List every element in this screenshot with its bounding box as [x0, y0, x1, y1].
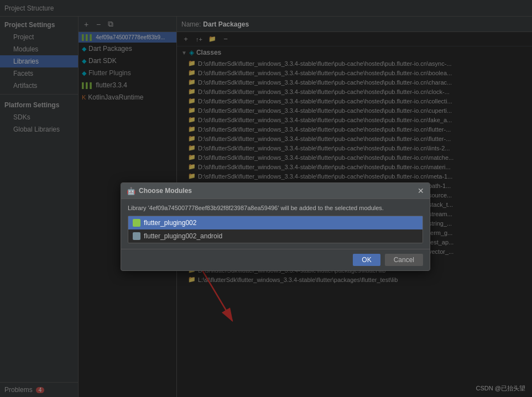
modal-title-bar: 🤖 Choose Modules ✕ — [121, 183, 430, 199]
module-list: flutter_pluging002 flutter_pluging002_an… — [128, 216, 423, 243]
ok-button[interactable]: OK — [353, 254, 380, 266]
module-icon-1 — [133, 219, 140, 227]
module-label-1: flutter_pluging002 — [144, 219, 196, 227]
cancel-button[interactable]: Cancel — [385, 254, 423, 266]
modal-overlay: 🤖 Choose Modules ✕ Library '4ef09a745007… — [0, 0, 532, 397]
module-item-flutter-pluging002-android[interactable]: flutter_pluging002_android — [128, 229, 423, 243]
module-item-flutter-pluging002[interactable]: flutter_pluging002 — [128, 216, 423, 229]
module-icon-2 — [133, 232, 140, 240]
module-label-2: flutter_pluging002_android — [144, 232, 222, 240]
modal-info-text: Library '4ef09a745007778eef83b92f8f23987… — [128, 205, 423, 211]
modal-body: Library '4ef09a745007778eef83b92f8f23987… — [121, 199, 430, 249]
modal-close-button[interactable]: ✕ — [418, 186, 424, 195]
modal-title: 🤖 Choose Modules — [127, 187, 192, 195]
choose-modules-modal: 🤖 Choose Modules ✕ Library '4ef09a745007… — [121, 182, 430, 271]
android-robot-icon: 🤖 — [127, 187, 135, 195]
modal-footer: OK Cancel — [121, 249, 430, 270]
watermark: CSDN @已抬头望 — [476, 384, 525, 393]
